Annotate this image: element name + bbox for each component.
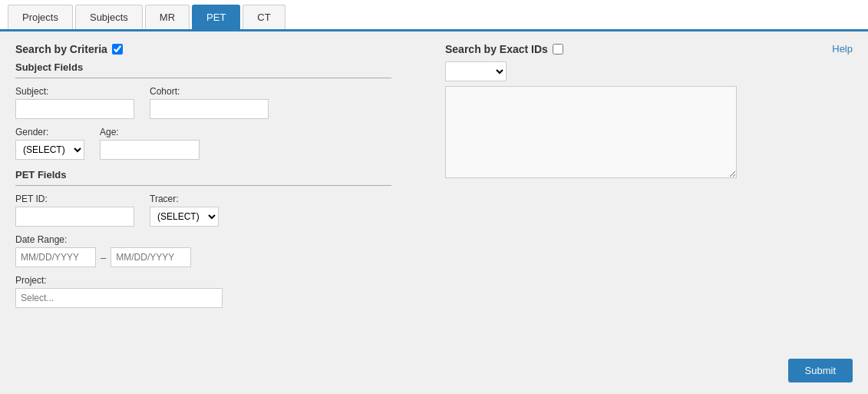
tab-pet[interactable]: PET xyxy=(192,5,240,29)
right-panel: Search by Exact IDs Help xyxy=(430,43,853,339)
exact-ids-textarea[interactable] xyxy=(445,86,737,178)
subject-label: Subject: xyxy=(15,86,134,97)
cohort-label: Cohort: xyxy=(150,86,269,97)
gender-label: Gender: xyxy=(15,127,84,137)
gender-age-row: Gender: (SELECT) Male Female Age: xyxy=(15,127,414,160)
exact-ids-checkbox[interactable] xyxy=(553,44,563,55)
age-label: Age: xyxy=(100,127,200,137)
subject-fields-title: Subject Fields xyxy=(15,61,414,73)
pet-id-field-col: PET ID: xyxy=(15,194,134,227)
gender-field-col: Gender: (SELECT) Male Female xyxy=(15,127,84,160)
help-link[interactable]: Help xyxy=(832,43,853,55)
date-dash: – xyxy=(101,252,106,263)
search-criteria-checkbox[interactable] xyxy=(112,44,123,55)
search-criteria-title: Search by Criteria xyxy=(15,43,107,55)
subject-fields-section: Subject Fields Subject: Cohort: xyxy=(15,61,414,160)
exact-ids-header: Search by Exact IDs xyxy=(445,43,737,55)
subject-fields-divider xyxy=(15,78,391,78)
search-criteria-header: Search by Criteria xyxy=(15,43,414,55)
date-from-input[interactable] xyxy=(15,247,96,267)
cohort-input[interactable] xyxy=(150,99,269,119)
pet-id-label: PET ID: xyxy=(15,194,134,204)
main-content: Search by Criteria Subject Fields Subjec… xyxy=(0,31,868,351)
pet-id-tracer-row: PET ID: Tracer: (SELECT) FDG Amyloid Tau xyxy=(15,194,414,227)
pet-fields-section: PET Fields PET ID: Tracer: (SELECT) FDG … xyxy=(15,169,414,308)
date-range-label: Date Range: xyxy=(15,234,414,245)
pet-fields-divider xyxy=(15,185,391,186)
age-field-col: Age: xyxy=(100,127,200,160)
submit-button[interactable]: Submit xyxy=(788,359,853,382)
gender-select[interactable]: (SELECT) Male Female xyxy=(15,140,84,160)
subject-cohort-row: Subject: Cohort: xyxy=(15,86,414,119)
tracer-field-col: Tracer: (SELECT) FDG Amyloid Tau xyxy=(150,194,219,227)
age-input[interactable] xyxy=(100,140,200,160)
app-container: Projects Subjects MR PET CT Search by Cr… xyxy=(0,0,868,394)
date-to-input[interactable] xyxy=(111,247,191,267)
subject-input[interactable] xyxy=(15,99,134,119)
project-input[interactable] xyxy=(15,288,223,308)
right-top-row: Search by Exact IDs Help xyxy=(445,43,853,180)
tab-subjects[interactable]: Subjects xyxy=(75,5,143,29)
tab-mr[interactable]: MR xyxy=(145,5,190,29)
tab-bar: Projects Subjects MR PET CT xyxy=(0,0,868,31)
tracer-label: Tracer: xyxy=(150,194,219,204)
pet-fields-title: PET Fields xyxy=(15,169,414,180)
date-range-group: Date Range: – xyxy=(15,234,414,267)
tab-ct[interactable]: CT xyxy=(243,5,285,29)
exact-ids-title: Search by Exact IDs xyxy=(445,43,548,55)
tracer-select[interactable]: (SELECT) FDG Amyloid Tau xyxy=(150,207,219,227)
left-panel: Search by Criteria Subject Fields Subjec… xyxy=(15,43,414,339)
submit-row: Submit xyxy=(0,351,868,394)
pet-id-input[interactable] xyxy=(15,207,134,227)
cohort-field-col: Cohort: xyxy=(150,86,269,119)
exact-ids-section: Search by Exact IDs xyxy=(445,43,737,180)
project-label: Project: xyxy=(15,275,414,286)
subject-field-col: Subject: xyxy=(15,86,134,119)
date-range-row: – xyxy=(15,247,414,267)
exact-ids-select[interactable] xyxy=(445,61,507,81)
project-field: Project: xyxy=(15,275,414,308)
tab-projects[interactable]: Projects xyxy=(8,5,73,29)
